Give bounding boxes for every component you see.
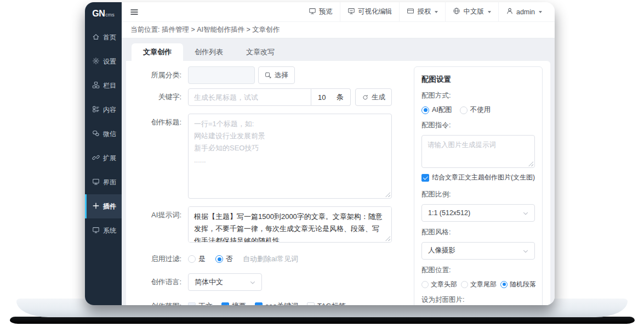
ai-prompt-textarea[interactable]: 根据【主题】写一篇1500到2000字的文章。文章架构：随意发挥，不要千篇一律，… [188,206,392,243]
tab-label: 文章创作 [143,48,172,56]
titles-label: 创作标题: [126,114,188,199]
breadcrumb: 当前位置: 插件管理 > AI智能创作插件 > 文章创作 [122,22,555,38]
category-input[interactable] [188,66,255,84]
authorize-label: 授权 [417,7,431,16]
display-icon [92,226,100,235]
chevron-down-icon [522,210,529,217]
admin-dropdown[interactable]: admin [498,2,549,21]
image-style-select[interactable]: 人像摄影 [421,242,535,260]
keywords-input[interactable] [188,88,311,106]
image-instruction-wrap [421,135,535,168]
admin-label: admin [516,8,535,16]
titles-textarea-wrap [188,114,392,199]
scope-checkbox-seo[interactable]: seo关键词 [255,301,298,305]
generate-icon [362,94,369,101]
filter-radio-yes[interactable]: 是 [188,254,206,264]
position-radio-tail[interactable]: 文章尾部 [461,280,497,289]
filter-radio-no[interactable]: 否 [215,254,233,264]
radio-label: 文章头部 [431,280,457,289]
visual-edit-button[interactable]: 可视化编辑 [340,2,400,21]
sidebar-item-wechat[interactable]: 微信 [85,122,122,146]
radio-label: 不使用 [470,105,491,115]
scope-checkbox-tag[interactable]: TAG标签 [307,301,346,305]
tab-create-list[interactable]: 创作列表 [183,43,235,61]
sidebar-item-columns[interactable]: 栏目 [85,74,122,98]
ai-prompt-textarea-wrap: 根据【主题】写一篇1500到2000字的文章。文章架构：随意发挥，不要千篇一律，… [188,206,392,243]
radio-dot [421,281,429,288]
checkbox-label: seo关键词 [265,301,298,305]
checkbox-label: 结合文章正文主题创作图片(文生图) [432,173,535,182]
blocks-icon [92,81,100,91]
sidebar-item-settings[interactable]: 设置 [85,49,122,74]
image-ratio-select[interactable]: 1:1 (512x512) [421,204,535,222]
language-label: 创作语言: [126,273,188,291]
laptop-screen: GNcms 首页 设置 栏目 内容 微信 [85,2,555,305]
preview-button[interactable]: 预览 [301,2,340,21]
content-area: 文章创作 创作列表 文章改写 所属分类: 选择 [122,38,555,305]
scope-checkbox-summary[interactable]: 摘要 [221,301,246,305]
select-button-label: 选择 [275,71,288,80]
position-radio-random[interactable]: 随机段落 [500,280,536,289]
keywords-count-box[interactable]: 10 条 [311,88,351,106]
tab-label: 创作列表 [195,48,223,56]
caret-down-icon [435,11,438,13]
sidebar-item-content[interactable]: 内容 [85,98,122,122]
sidebar-item-home[interactable]: 首页 [85,25,122,49]
radio-label: 随机段落 [510,280,536,289]
scope-checkbox-body[interactable]: 正文 [188,301,213,305]
sidebar-item-label: 系统 [103,226,116,235]
cover-label: 设为封面图片: [421,295,535,305]
monitor-icon [92,178,100,187]
authorize-dropdown[interactable]: 授权 [399,2,445,21]
radio-dot [188,255,196,263]
home-icon [92,33,100,42]
category-label: 所属分类: [126,66,188,84]
laptop-mockup: GNcms 首页 设置 栏目 内容 微信 [0,0,644,326]
keywords-count-value: 10 [318,93,326,102]
caret-down-icon [539,11,542,13]
radio-dot [460,106,468,114]
category-select-button[interactable]: 选择 [258,66,295,84]
app-logo: GNcms [85,2,122,25]
checkbox [307,302,315,305]
sidebar-item-extend[interactable]: 扩展 [85,146,122,170]
scope-label: 创作范围: [126,297,188,305]
method-radio-ai[interactable]: AI配图 [421,105,452,115]
image-method-label: 配图方式: [421,91,535,100]
language-dropdown[interactable]: 中文版 [445,2,498,21]
radio-label: 文章尾部 [470,280,497,289]
sidebar-item-system[interactable]: 系统 [85,218,122,243]
main-area: 预览 可视化编辑 授权 中文版 [122,2,555,305]
sidebar-item-label: 微信 [103,130,116,139]
sidebar-item-interface[interactable]: 界面 [85,170,122,194]
topbar: 预览 可视化编辑 授权 中文版 [122,2,555,22]
checkbox-label: TAG标签 [317,301,346,305]
filter-hint: 自动删除ai常见词 [243,250,298,268]
combine-theme-checkbox[interactable]: 结合文章正文主题创作图片(文生图) [421,173,535,182]
radio-label: 否 [226,254,233,264]
breadcrumb-text: 当前位置: 插件管理 > AI智能创作插件 > 文章创作 [130,25,280,35]
sidebar-item-label: 界面 [103,178,116,187]
checkbox [188,302,196,305]
language-label: 中文版 [463,7,484,16]
logo-gn: GN [92,9,105,19]
position-radio-head[interactable]: 文章头部 [421,280,457,289]
titles-textarea[interactable] [188,114,392,199]
style-select-value: 人像摄影 [428,246,455,255]
select-icon [265,72,272,79]
sidebar-item-label: 扩展 [103,154,116,163]
sidebar-item-label: 栏目 [103,81,116,91]
tab-label: 文章改写 [246,48,275,56]
preview-monitor-icon [309,7,316,16]
generate-button[interactable]: 生成 [355,88,392,106]
visual-edit-icon [347,7,355,16]
hamburger-menu-icon[interactable] [129,7,139,17]
checkbox-label: 正文 [198,301,213,305]
image-instruction-textarea[interactable] [421,135,535,168]
sidebar-item-plugins[interactable]: 插件 [85,194,122,218]
method-radio-none[interactable]: 不使用 [460,105,491,115]
language-select[interactable]: 简体中文 [188,273,262,291]
tab-article-rewrite[interactable]: 文章改写 [235,43,286,61]
topbar-right: 预览 可视化编辑 授权 中文版 [301,2,549,21]
tab-article-create[interactable]: 文章创作 [132,43,183,61]
